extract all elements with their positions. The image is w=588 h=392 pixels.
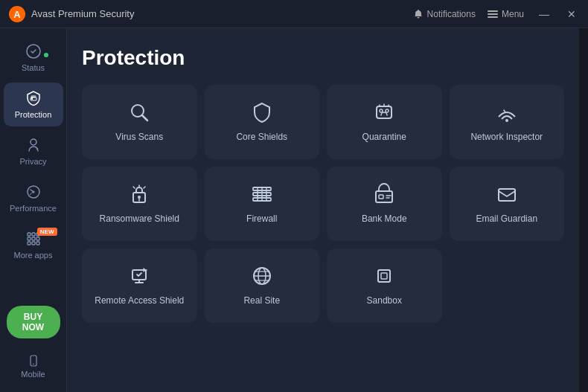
svg-rect-18: [28, 242, 31, 245]
ransomware-shield-card[interactable]: Ransomware Shield: [82, 167, 197, 241]
svg-rect-13: [32, 233, 35, 236]
menu-button[interactable]: Menu: [488, 9, 524, 19]
minimize-button[interactable]: —: [536, 7, 552, 22]
notifications-button[interactable]: Notifications: [413, 9, 476, 19]
page-title: Protection: [82, 46, 564, 70]
svg-rect-3: [488, 13, 498, 15]
status-dot: [42, 51, 50, 59]
sidebar-item-performance[interactable]: Performance: [4, 176, 63, 220]
sandbox-card[interactable]: Sandbox: [327, 248, 442, 323]
virus-scans-icon: [127, 100, 151, 124]
svg-rect-17: [36, 237, 39, 240]
scrollbar[interactable]: [579, 28, 588, 392]
firewall-card[interactable]: Firewall: [205, 167, 320, 241]
remote-access-shield-label: Remote Access Shield: [95, 295, 184, 307]
svg-point-9: [31, 139, 36, 145]
sandbox-label: Sandbox: [367, 295, 402, 307]
network-inspector-icon: [495, 100, 519, 124]
bank-mode-icon: [372, 182, 396, 206]
main-layout: Status Protection: [0, 28, 588, 392]
window-controls: Notifications Menu — ✕: [413, 7, 579, 22]
hamburger-icon: [488, 10, 498, 18]
real-site-icon: [250, 264, 274, 288]
virus-scans-label: Virus Scans: [115, 132, 163, 144]
content-area: Protection Virus Scans: [67, 28, 579, 392]
close-button[interactable]: ✕: [564, 7, 579, 22]
svg-rect-52: [381, 273, 387, 279]
quarantine-icon: [372, 100, 396, 124]
new-badge: NEW: [37, 228, 57, 236]
svg-rect-7: [31, 96, 36, 97]
email-guardian-label: Email Guardian: [476, 213, 537, 225]
email-guardian-icon: [495, 182, 519, 206]
sidebar-item-privacy[interactable]: Privacy: [4, 129, 63, 173]
svg-text:A: A: [13, 9, 21, 20]
network-inspector-card[interactable]: Network Inspector: [450, 85, 565, 159]
real-site-label: Real Site: [243, 295, 280, 307]
sandbox-icon: [372, 264, 396, 288]
sidebar-item-more-apps[interactable]: NEW More apps: [4, 223, 63, 267]
bank-mode-label: Bank Mode: [362, 213, 407, 225]
core-shields-card[interactable]: Core Shields: [205, 85, 320, 159]
firewall-label: Firewall: [246, 213, 277, 225]
quarantine-label: Quarantine: [362, 132, 406, 144]
svg-rect-19: [32, 242, 35, 245]
app-logo: A: [9, 6, 25, 22]
sidebar-item-performance-label: Performance: [10, 204, 57, 213]
privacy-icon: [25, 137, 42, 153]
network-inspector-label: Network Inspector: [470, 132, 543, 144]
core-shields-icon: [250, 100, 274, 124]
app-title: Avast Premium Security: [31, 8, 413, 19]
mobile-icon: [28, 355, 39, 367]
performance-icon: [25, 184, 42, 200]
sidebar-item-mobile-label: Mobile: [21, 370, 45, 379]
protection-grid: Virus Scans Core Shields: [82, 85, 564, 323]
sidebar-item-status-label: Status: [22, 63, 45, 72]
sidebar-item-status[interactable]: Status: [4, 36, 63, 80]
status-icon: [25, 43, 42, 60]
remote-access-shield-card[interactable]: Remote Access Shield: [82, 248, 197, 323]
ransomware-shield-label: Ransomware Shield: [100, 213, 179, 225]
svg-rect-15: [28, 237, 31, 240]
svg-rect-16: [32, 237, 35, 240]
svg-point-22: [33, 364, 34, 365]
core-shields-label: Core Shields: [236, 132, 287, 144]
bell-icon: [413, 9, 424, 19]
svg-line-24: [142, 115, 147, 121]
bank-mode-card[interactable]: Bank Mode: [327, 167, 442, 241]
title-bar: A Avast Premium Security Notifications M…: [0, 0, 588, 28]
svg-rect-51: [378, 270, 390, 282]
ransomware-shield-icon: [127, 182, 151, 206]
firewall-icon: [250, 182, 274, 206]
sidebar: Status Protection: [0, 28, 67, 392]
svg-rect-12: [28, 233, 31, 236]
svg-point-28: [505, 119, 508, 122]
svg-point-27: [386, 109, 389, 112]
sidebar-item-privacy-label: Privacy: [19, 157, 46, 166]
sidebar-item-mobile[interactable]: Mobile: [4, 349, 63, 385]
svg-rect-4: [488, 16, 498, 18]
sidebar-item-protection-label: Protection: [15, 110, 52, 119]
sidebar-item-more-apps-label: More apps: [14, 251, 53, 260]
virus-scans-card[interactable]: Virus Scans: [82, 85, 197, 159]
email-guardian-card[interactable]: Email Guardian: [450, 167, 565, 241]
svg-rect-20: [36, 242, 39, 245]
svg-rect-42: [499, 189, 515, 201]
svg-point-26: [380, 109, 383, 112]
svg-rect-39: [379, 195, 383, 199]
quarantine-card[interactable]: Quarantine: [327, 85, 442, 159]
remote-access-shield-icon: [127, 264, 151, 288]
svg-rect-2: [488, 10, 498, 12]
sidebar-item-protection[interactable]: Protection: [4, 83, 63, 126]
protection-icon: [25, 90, 42, 106]
buy-now-button[interactable]: BUY NOW: [7, 306, 60, 338]
real-site-card[interactable]: Real Site: [205, 248, 320, 323]
